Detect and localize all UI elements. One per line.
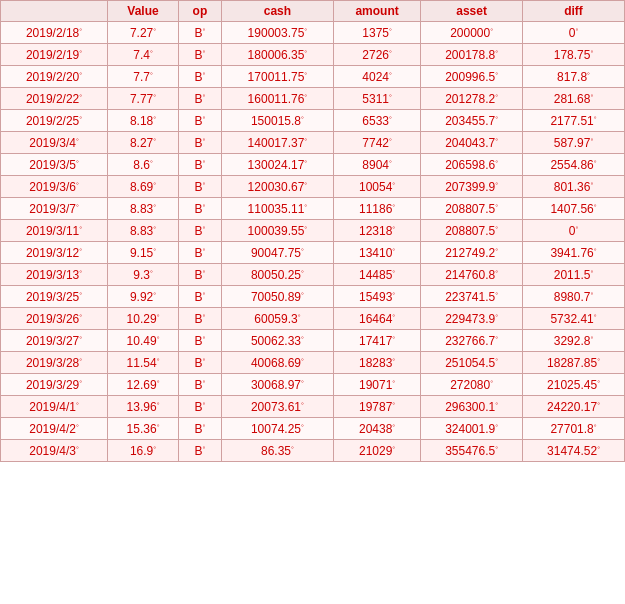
header-date xyxy=(1,1,108,22)
table-cell: 13.96◦ xyxy=(108,396,179,418)
table-cell: B◦ xyxy=(179,418,222,440)
table-cell: 2019/3/28◦ xyxy=(1,352,108,374)
table-cell: 214760.8◦ xyxy=(421,264,523,286)
table-cell: 223741.5◦ xyxy=(421,286,523,308)
table-cell: 21025.45◦ xyxy=(523,374,625,396)
table-cell: 817.8◦ xyxy=(523,66,625,88)
table-cell: B◦ xyxy=(179,264,222,286)
table-cell: 2554.86◦ xyxy=(523,154,625,176)
table-cell: B◦ xyxy=(179,352,222,374)
header-asset: asset xyxy=(421,1,523,22)
table-cell: 801.36◦ xyxy=(523,176,625,198)
table-cell: 296300.1◦ xyxy=(421,396,523,418)
table-row: 2019/3/25◦9.92◦B◦70050.89◦15493◦223741.5… xyxy=(1,286,625,308)
table-row: 2019/3/26◦10.29◦B◦60059.3◦16464◦229473.9… xyxy=(1,308,625,330)
table-cell: 14485◦ xyxy=(334,264,421,286)
table-cell: 9.92◦ xyxy=(108,286,179,308)
table-cell: B◦ xyxy=(179,440,222,462)
table-cell: 208807.5◦ xyxy=(421,198,523,220)
table-cell: B◦ xyxy=(179,66,222,88)
table-cell: 12318◦ xyxy=(334,220,421,242)
table-cell: B◦ xyxy=(179,110,222,132)
table-cell: 207399.9◦ xyxy=(421,176,523,198)
table-cell: 170011.75◦ xyxy=(221,66,333,88)
table-cell: 8904◦ xyxy=(334,154,421,176)
table-cell: 24220.17◦ xyxy=(523,396,625,418)
table-cell: 10.49◦ xyxy=(108,330,179,352)
table-row: 2019/3/27◦10.49◦B◦50062.33◦17417◦232766.… xyxy=(1,330,625,352)
table-cell: 8.27◦ xyxy=(108,132,179,154)
table-cell: B◦ xyxy=(179,374,222,396)
table-cell: 1375◦ xyxy=(334,22,421,44)
table-row: 2019/3/29◦12.69◦B◦30068.97◦19071◦272080◦… xyxy=(1,374,625,396)
table-cell: 9.3◦ xyxy=(108,264,179,286)
table-cell: 2019/3/12◦ xyxy=(1,242,108,264)
table-cell: 8.18◦ xyxy=(108,110,179,132)
header-diff: diff xyxy=(523,1,625,22)
data-table: Value op cash amount asset diff 2019/2/1… xyxy=(0,0,625,462)
table-cell: 0◦ xyxy=(523,220,625,242)
table-row: 2019/3/12◦9.15◦B◦90047.75◦13410◦212749.2… xyxy=(1,242,625,264)
table-cell: 7742◦ xyxy=(334,132,421,154)
table-cell: 8.83◦ xyxy=(108,220,179,242)
table-cell: B◦ xyxy=(179,396,222,418)
table-cell: 2019/2/20◦ xyxy=(1,66,108,88)
table-row: 2019/2/22◦7.77◦B◦160011.76◦5311◦201278.2… xyxy=(1,88,625,110)
table-cell: 2019/3/6◦ xyxy=(1,176,108,198)
table-cell: 6533◦ xyxy=(334,110,421,132)
table-cell: B◦ xyxy=(179,330,222,352)
table-cell: 200000◦ xyxy=(421,22,523,44)
table-cell: 4024◦ xyxy=(334,66,421,88)
table-cell: 16.9◦ xyxy=(108,440,179,462)
table-row: 2019/4/2◦15.36◦B◦10074.25◦20438◦324001.9… xyxy=(1,418,625,440)
table-cell: 208807.5◦ xyxy=(421,220,523,242)
table-cell: 19787◦ xyxy=(334,396,421,418)
table-cell: 15493◦ xyxy=(334,286,421,308)
table-cell: 15.36◦ xyxy=(108,418,179,440)
table-cell: 2019/3/26◦ xyxy=(1,308,108,330)
table-cell: 110035.11◦ xyxy=(221,198,333,220)
table-cell: 201278.2◦ xyxy=(421,88,523,110)
table-cell: 10074.25◦ xyxy=(221,418,333,440)
table-cell: 11186◦ xyxy=(334,198,421,220)
table-cell: 27701.8◦ xyxy=(523,418,625,440)
table-cell: 587.97◦ xyxy=(523,132,625,154)
table-cell: 2019/4/3◦ xyxy=(1,440,108,462)
table-cell: B◦ xyxy=(179,286,222,308)
table-cell: B◦ xyxy=(179,242,222,264)
table-cell: B◦ xyxy=(179,176,222,198)
table-cell: 13410◦ xyxy=(334,242,421,264)
table-cell: 180006.35◦ xyxy=(221,44,333,66)
table-cell: 80050.25◦ xyxy=(221,264,333,286)
table-cell: 2019/2/25◦ xyxy=(1,110,108,132)
table-cell: 10.29◦ xyxy=(108,308,179,330)
table-cell: 324001.9◦ xyxy=(421,418,523,440)
table-cell: 190003.75◦ xyxy=(221,22,333,44)
table-cell: 2019/3/29◦ xyxy=(1,374,108,396)
table-row: 2019/3/4◦8.27◦B◦140017.37◦7742◦204043.7◦… xyxy=(1,132,625,154)
table-cell: 2011.5◦ xyxy=(523,264,625,286)
table-cell: 2019/2/22◦ xyxy=(1,88,108,110)
table-cell: 2019/3/13◦ xyxy=(1,264,108,286)
table-cell: 3941.76◦ xyxy=(523,242,625,264)
table-cell: 212749.2◦ xyxy=(421,242,523,264)
table-cell: 281.68◦ xyxy=(523,88,625,110)
table-cell: 130024.17◦ xyxy=(221,154,333,176)
header-cash: cash xyxy=(221,1,333,22)
header-value: Value xyxy=(108,1,179,22)
table-cell: 204043.7◦ xyxy=(421,132,523,154)
table-cell: 200996.5◦ xyxy=(421,66,523,88)
table-cell: 203455.7◦ xyxy=(421,110,523,132)
table-row: 2019/3/28◦11.54◦B◦40068.69◦18283◦251054.… xyxy=(1,352,625,374)
table-cell: 2019/3/11◦ xyxy=(1,220,108,242)
table-cell: 160011.76◦ xyxy=(221,88,333,110)
table-cell: B◦ xyxy=(179,22,222,44)
table-cell: 16464◦ xyxy=(334,308,421,330)
table-cell: 2019/2/19◦ xyxy=(1,44,108,66)
table-cell: 2177.51◦ xyxy=(523,110,625,132)
table-cell: 8.83◦ xyxy=(108,198,179,220)
table-cell: 21029◦ xyxy=(334,440,421,462)
table-cell: 17417◦ xyxy=(334,330,421,352)
table-cell: 150015.8◦ xyxy=(221,110,333,132)
table-cell: 0◦ xyxy=(523,22,625,44)
